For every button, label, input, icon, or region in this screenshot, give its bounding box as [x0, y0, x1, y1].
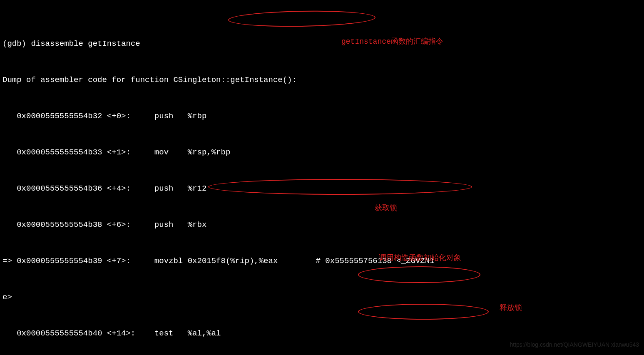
- annotation-acquire-lock: 获取锁: [375, 202, 397, 214]
- annotation-release-lock: 释放锁: [500, 302, 522, 314]
- asm-line-current: => 0x0000555555554b39 <+7>: movzbl 0x201…: [2, 255, 642, 267]
- asm-line: e>: [2, 291, 642, 303]
- watermark: https://blog.csdn.net/QIANGWEIYUAN xianw…: [510, 339, 639, 351]
- gdb-prompt-line: (gdb) disassemble getInstance: [2, 38, 642, 50]
- ellipse-guard-release: [358, 304, 489, 320]
- asm-line: 0x0000555555554b32 <+0>: push %rbp: [2, 110, 642, 122]
- gdb-terminal[interactable]: (gdb) disassemble getInstance Dump of as…: [0, 0, 644, 355]
- asm-line: 0x0000555555554b33 <+1>: mov %rsp,%rbp: [2, 146, 642, 159]
- ellipse-function-name: [228, 10, 376, 28]
- asm-line: 0x0000555555554b36 <+4>: push %r12: [2, 183, 642, 195]
- dump-header: Dump of assembler code for function CSin…: [2, 74, 642, 86]
- asm-line: 0x0000555555554b40 <+14>: test %al,%al: [2, 328, 642, 340]
- asm-line: 0x0000555555554b38 <+6>: push %rbx: [2, 219, 642, 231]
- ellipse-constructor: [358, 266, 480, 283]
